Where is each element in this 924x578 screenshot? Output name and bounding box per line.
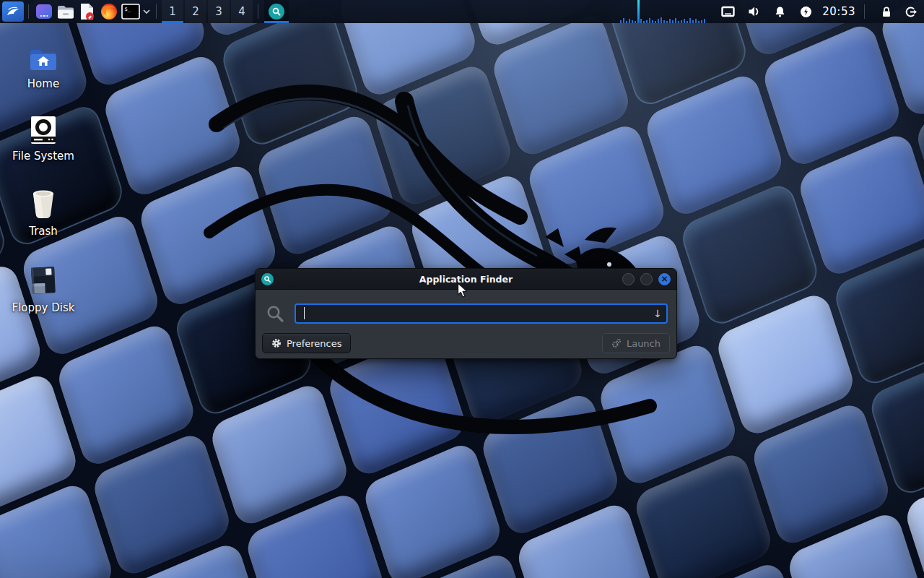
launcher-app-drawer[interactable] bbox=[33, 1, 55, 22]
gear-icon bbox=[271, 338, 282, 348]
app-drawer-icon bbox=[35, 2, 53, 21]
chevron-down-icon bbox=[143, 9, 150, 14]
launch-gears-icon bbox=[611, 338, 622, 348]
cpu-graph-accent-bar bbox=[637, 0, 640, 23]
workspace-label: 1 bbox=[169, 5, 176, 18]
cpu-graph-bar bbox=[681, 20, 682, 23]
bell-icon bbox=[774, 6, 786, 18]
panel-separator bbox=[156, 4, 157, 19]
cpu-graph-bar bbox=[689, 18, 691, 23]
search-input[interactable] bbox=[295, 303, 668, 324]
preferences-label: Preferences bbox=[287, 338, 341, 349]
desktop-icon-file-system[interactable]: File System bbox=[6, 114, 81, 163]
minimize-button[interactable] bbox=[622, 273, 635, 285]
kali-logo-icon bbox=[5, 4, 21, 19]
home-folder-icon bbox=[28, 42, 58, 72]
text-editor-icon bbox=[79, 2, 95, 21]
volume-tray[interactable] bbox=[746, 0, 762, 23]
text-caret bbox=[304, 307, 305, 319]
window-title: Application Finder bbox=[256, 274, 676, 285]
lock-screen-button[interactable] bbox=[879, 0, 894, 23]
cpu-graph-bar bbox=[652, 20, 653, 23]
launcher-file-manager[interactable] bbox=[55, 1, 77, 22]
hard-drive-icon bbox=[30, 114, 57, 144]
cpu-graph-bar bbox=[704, 19, 705, 23]
cpu-graph-bar bbox=[684, 19, 685, 23]
cpu-graph-bar bbox=[701, 20, 702, 23]
window-icon-application-finder bbox=[261, 273, 274, 285]
taskbar-application-finder[interactable] bbox=[264, 0, 289, 23]
preferences-button[interactable]: Preferences bbox=[262, 333, 351, 353]
cpu-graph-bar bbox=[635, 21, 636, 23]
volume-icon bbox=[748, 6, 760, 17]
panel-separator bbox=[28, 4, 29, 19]
display-settings-tray[interactable] bbox=[720, 0, 736, 23]
maximize-button[interactable] bbox=[640, 273, 653, 285]
panel-separator bbox=[864, 4, 865, 19]
cpu-graph-bar bbox=[672, 20, 674, 23]
cpu-graph-bar bbox=[666, 21, 668, 23]
cpu-graph-bar bbox=[620, 20, 622, 23]
terminal-icon: $_ bbox=[121, 4, 140, 20]
desktop-icon-label: Home bbox=[27, 77, 59, 90]
workspace-label: 4 bbox=[238, 5, 245, 18]
desktop-icon-floppy-disk[interactable]: Floppy Disk bbox=[6, 266, 81, 314]
application-finder-window: Application Finder × ↓ bbox=[255, 268, 677, 359]
kali-menu-button[interactable] bbox=[2, 1, 24, 22]
desktop-icon-label: Trash bbox=[29, 225, 58, 238]
cpu-graph-bar bbox=[649, 18, 650, 23]
trash-bin-icon bbox=[30, 189, 56, 220]
cpu-graph-monitor[interactable] bbox=[619, 0, 710, 23]
desktop-icon-trash[interactable]: Trash bbox=[6, 189, 81, 238]
clock[interactable]: 20:53 bbox=[822, 5, 855, 18]
log-out-icon bbox=[905, 6, 918, 18]
desktop-icon-home[interactable]: Home bbox=[6, 42, 81, 90]
workspace-button-3[interactable]: 3 bbox=[208, 0, 230, 23]
cpu-graph-bar bbox=[698, 21, 699, 23]
cpu-graph-bar bbox=[663, 20, 665, 23]
launch-label: Launch bbox=[627, 338, 661, 349]
log-out-button[interactable] bbox=[904, 0, 918, 23]
close-button[interactable]: × bbox=[658, 273, 671, 285]
desktop-icon-label: File System bbox=[12, 150, 74, 163]
cpu-graph-bar bbox=[640, 19, 642, 23]
power-bolt-icon bbox=[800, 6, 812, 18]
panel-separator bbox=[258, 4, 258, 19]
workspace-label: 2 bbox=[192, 5, 199, 18]
svg-text:$_: $_ bbox=[125, 7, 131, 12]
cpu-graph-bar bbox=[626, 21, 627, 23]
launch-button[interactable]: Launch bbox=[602, 333, 670, 353]
workspace-label: 3 bbox=[215, 5, 222, 18]
titlebar[interactable]: Application Finder × bbox=[256, 269, 676, 290]
top-panel: $_ 1 2 3 4 bbox=[0, 0, 924, 23]
launcher-text-editor[interactable] bbox=[77, 1, 98, 22]
workspace-button-2[interactable]: 2 bbox=[185, 0, 206, 23]
cpu-graph-bar bbox=[643, 21, 645, 23]
cpu-graph-bar bbox=[692, 20, 694, 23]
workspace-button-1[interactable]: 1 bbox=[162, 0, 183, 23]
search-icon bbox=[266, 304, 285, 324]
terminal-dropdown-chevron[interactable] bbox=[141, 1, 152, 22]
cpu-graph-bar bbox=[675, 18, 676, 23]
cpu-graph-bar bbox=[661, 17, 662, 23]
workspace-button-4[interactable]: 4 bbox=[231, 0, 253, 23]
notifications-tray[interactable] bbox=[772, 0, 788, 23]
launcher-terminal[interactable]: $_ bbox=[120, 1, 141, 22]
lock-icon bbox=[881, 6, 892, 18]
cpu-graph-bar bbox=[629, 19, 630, 23]
power-manager-tray[interactable] bbox=[798, 0, 814, 23]
history-dropdown-arrow[interactable]: ↓ bbox=[653, 303, 662, 324]
cpu-graph-bar bbox=[687, 21, 688, 23]
application-finder-icon bbox=[269, 4, 284, 20]
file-manager-icon bbox=[56, 3, 75, 20]
firefox-icon bbox=[100, 2, 118, 21]
cpu-graph-bar bbox=[678, 21, 679, 23]
desktop-icon-label: Floppy Disk bbox=[12, 301, 75, 314]
cpu-graph-bar bbox=[646, 20, 648, 23]
cpu-graph-bar bbox=[632, 20, 633, 23]
launcher-firefox[interactable] bbox=[98, 1, 120, 22]
cpu-graph-bar bbox=[658, 19, 659, 23]
cpu-graph-bar bbox=[623, 18, 624, 23]
cpu-graph-bar bbox=[669, 19, 671, 23]
floppy-disk-icon bbox=[29, 266, 58, 296]
